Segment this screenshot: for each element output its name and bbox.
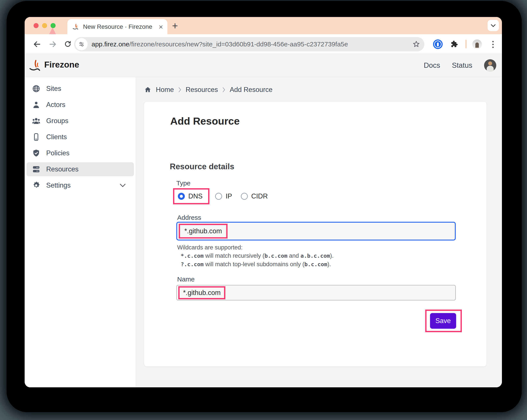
breadcrumb-chevron-icon — [178, 87, 181, 93]
url-text: app.firez.one/firezone/resources/new?sit… — [91, 41, 412, 48]
type-field-label: Type — [176, 180, 190, 187]
name-input-value: *.github.com — [183, 289, 220, 297]
annotation-box-dns: DNS — [173, 188, 209, 204]
browser-menu-button[interactable] — [492, 40, 494, 49]
browser-window: New Resource · Firezone × + — [25, 17, 502, 387]
breadcrumb: Home Resources Add Resource — [144, 86, 273, 94]
user-icon — [31, 99, 41, 110]
type-radio-group: DNS IP CIDR — [173, 188, 268, 204]
sidebar-item-label: Groups — [46, 117, 68, 125]
radio-cidr[interactable] — [241, 193, 248, 200]
annotation-box-address-value: *.github.com — [179, 224, 228, 238]
close-tab-icon[interactable]: × — [159, 23, 163, 31]
wildcard-help-intro: Wildcards are supported: — [177, 244, 334, 251]
browser-tab[interactable]: New Resource · Firezone × — [67, 19, 167, 34]
add-resource-card: Add Resource Resource details Type DNS I… — [144, 101, 487, 367]
globe-icon — [31, 83, 41, 94]
gear-icon — [31, 180, 41, 191]
back-arrow-icon — [33, 40, 41, 48]
app-header: Firezone Docs Status — [25, 54, 502, 77]
section-title: Resource details — [170, 162, 234, 171]
status-link[interactable]: Status — [452, 61, 472, 69]
sidebar-item-label: Policies — [46, 149, 69, 157]
sidebar-item-label: Clients — [46, 133, 67, 141]
extensions-button[interactable] — [450, 40, 458, 48]
breadcrumb-chevron-icon — [222, 87, 225, 93]
home-icon[interactable] — [144, 86, 152, 93]
annotation-box-save: Save — [425, 310, 462, 332]
back-button[interactable] — [33, 40, 41, 48]
sidebar-item-policies[interactable]: Policies — [27, 146, 134, 160]
radio-dns-label[interactable]: DNS — [188, 192, 202, 200]
url-host: app.firez.one — [91, 41, 129, 48]
tab-search-button[interactable] — [488, 20, 499, 31]
reload-icon — [64, 40, 72, 48]
new-tab-button[interactable]: + — [170, 21, 180, 31]
address-input[interactable]: *.github.com — [176, 222, 456, 240]
radio-ip[interactable] — [215, 193, 222, 200]
users-icon — [31, 116, 41, 126]
page-title: Add Resource — [170, 115, 240, 127]
site-info-icon — [78, 41, 85, 47]
mobile-icon — [31, 132, 41, 142]
sidebar-item-label: Resources — [46, 165, 78, 173]
puzzle-icon — [450, 40, 458, 49]
sidebar: Sites Actors Groups — [25, 77, 136, 387]
shield-check-icon — [31, 148, 41, 158]
wildcard-help: Wildcards are supported: *.c.com will ma… — [177, 244, 334, 268]
close-window-button[interactable] — [33, 23, 39, 28]
sidebar-item-settings[interactable]: Settings — [27, 178, 134, 192]
tab-strip: New Resource · Firezone × + — [25, 17, 502, 34]
firezone-logo-icon — [29, 58, 43, 72]
user-avatar[interactable] — [484, 59, 496, 71]
sidebar-item-sites[interactable]: Sites — [27, 82, 134, 96]
firezone-favicon-icon — [72, 23, 79, 31]
minimize-window-button[interactable] — [42, 23, 47, 28]
sidebar-item-label: Actors — [46, 101, 65, 109]
docs-link[interactable]: Docs — [424, 61, 440, 69]
radio-ip-label[interactable]: IP — [226, 192, 232, 200]
url-path: /firezone/resources/new?site_id=03d60b91… — [129, 41, 348, 48]
address-field-label: Address — [177, 214, 201, 221]
toolbar-divider — [466, 40, 466, 48]
wildcard-help-line: *.c.com will match recursively (b.c.com … — [177, 252, 334, 259]
sidebar-item-label: Sites — [46, 85, 61, 93]
save-button[interactable]: Save — [430, 313, 456, 329]
server-stack-icon — [31, 164, 41, 174]
chevron-down-icon — [120, 183, 126, 187]
forward-button[interactable] — [49, 40, 57, 48]
sidebar-item-actors[interactable]: Actors — [27, 98, 134, 112]
sidebar-item-label: Settings — [46, 182, 71, 189]
address-input-value: *.github.com — [184, 227, 222, 235]
tab-title: New Resource · Firezone — [83, 23, 155, 30]
name-field-label: Name — [177, 276, 195, 283]
sidebar-item-clients[interactable]: Clients — [27, 130, 134, 144]
breadcrumb-resources[interactable]: Resources — [186, 86, 218, 94]
radio-option-cidr[interactable]: CIDR — [241, 192, 268, 200]
main-content: Home Resources Add Resource Add Resource… — [136, 77, 502, 387]
chevron-down-icon — [491, 24, 496, 27]
address-bar[interactable]: app.firez.one/firezone/resources/new?sit… — [74, 37, 424, 51]
annotation-pointer-artifact — [49, 27, 56, 34]
radio-option-ip[interactable]: IP — [215, 192, 232, 200]
browser-profile-avatar[interactable] — [472, 39, 482, 49]
bookmark-star-button[interactable] — [412, 40, 420, 48]
breadcrumb-add-resource: Add Resource — [230, 86, 273, 94]
breadcrumb-home[interactable]: Home — [156, 86, 174, 94]
password-manager-extension-icon[interactable] — [433, 39, 443, 49]
site-info-button[interactable] — [76, 38, 88, 50]
wildcard-help-line: ?.c.com will match top-level subdomains … — [177, 261, 334, 268]
radio-dns[interactable] — [178, 193, 185, 200]
sidebar-item-groups[interactable]: Groups — [27, 114, 134, 128]
radio-cidr-label[interactable]: CIDR — [251, 192, 268, 200]
name-input[interactable]: *.github.com — [176, 285, 456, 301]
browser-toolbar: app.firez.one/firezone/resources/new?sit… — [25, 34, 502, 54]
sidebar-item-resources[interactable]: Resources — [27, 162, 134, 176]
brand-name[interactable]: Firezone — [44, 60, 79, 69]
reload-button[interactable] — [64, 40, 72, 48]
forward-arrow-icon — [49, 40, 57, 48]
annotation-box-name-value: *.github.com — [178, 286, 225, 299]
star-icon — [412, 40, 420, 48]
